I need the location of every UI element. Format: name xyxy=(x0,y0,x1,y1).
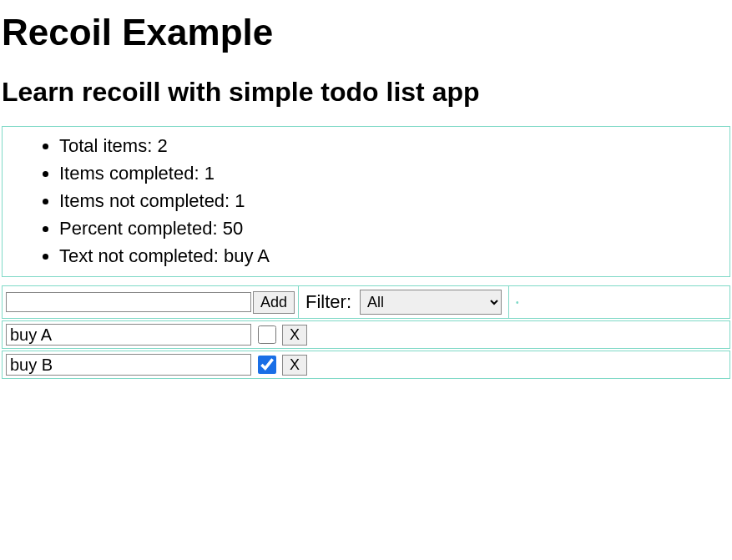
stat-not-completed-value: 1 xyxy=(235,190,245,211)
stat-completed-label: Items completed: xyxy=(59,163,199,184)
stat-total: Total items: 2 xyxy=(59,132,721,159)
stat-text-not-completed-label: Text not completed: xyxy=(59,245,219,266)
delete-button[interactable]: X xyxy=(282,355,307,376)
stat-percent-label: Percent completed: xyxy=(59,218,218,239)
controls-row: Add Filter: AllCompletedUncompleted • xyxy=(2,285,730,319)
filter-box: Filter: AllCompletedUncompleted xyxy=(299,285,509,319)
stat-completed: Items completed: 1 xyxy=(59,159,721,187)
stat-total-value: 2 xyxy=(157,135,167,156)
item-creator: Add xyxy=(2,285,299,319)
stat-percent-value: 50 xyxy=(223,218,243,239)
page-subtitle: Learn recoill with simple todo list app xyxy=(0,77,732,108)
filter-label: Filter: xyxy=(305,291,351,313)
stat-completed-value: 1 xyxy=(204,163,215,184)
todo-text-input[interactable] xyxy=(6,324,251,346)
stat-text-not-completed: Text not completed: buy A xyxy=(59,242,721,270)
add-button[interactable]: Add xyxy=(253,291,295,314)
controls-spacer: • xyxy=(509,285,730,319)
page-title: Recoil Example xyxy=(0,12,732,53)
stat-total-label: Total items: xyxy=(59,135,152,156)
new-item-input[interactable] xyxy=(6,292,251,312)
stats-panel: Total items: 2 Items completed: 1 Items … xyxy=(2,126,730,277)
todo-complete-checkbox[interactable] xyxy=(258,356,276,374)
todo-text-input[interactable] xyxy=(6,354,251,376)
todo-item: X xyxy=(2,320,730,349)
todo-item: X xyxy=(2,351,730,379)
stat-text-not-completed-value: buy A xyxy=(224,245,270,266)
stat-not-completed: Items not completed: 1 xyxy=(59,187,721,214)
delete-button[interactable]: X xyxy=(282,325,307,346)
filter-select[interactable]: AllCompletedUncompleted xyxy=(360,290,502,315)
stat-percent: Percent completed: 50 xyxy=(59,214,721,242)
todo-complete-checkbox[interactable] xyxy=(258,325,276,344)
stat-not-completed-label: Items not completed: xyxy=(59,190,230,211)
